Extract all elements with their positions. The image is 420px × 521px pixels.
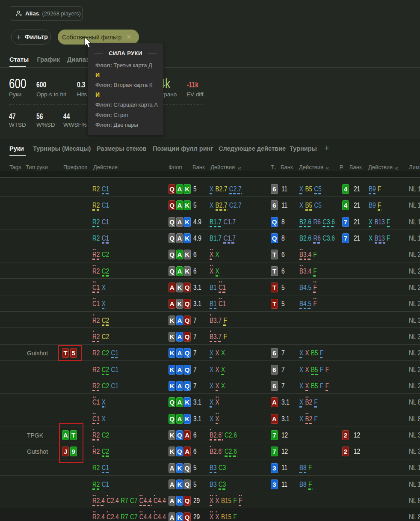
svg-text:#: #	[20, 13, 22, 17]
